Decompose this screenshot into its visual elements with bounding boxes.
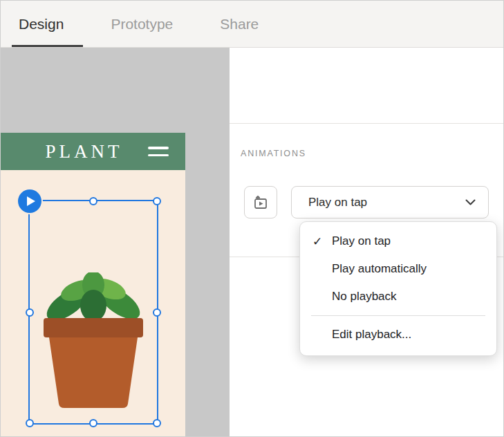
menu-item-label: Play on tap xyxy=(332,234,391,248)
selection-handle-right[interactable] xyxy=(153,308,161,317)
tab-share[interactable]: Share xyxy=(213,1,265,47)
artboard-header: PLANT xyxy=(1,133,185,170)
artboard-title: PLANT xyxy=(1,141,148,162)
play-badge-icon[interactable] xyxy=(18,189,41,213)
tab-share-label: Share xyxy=(220,16,259,32)
selection-handle-left[interactable] xyxy=(26,308,34,317)
selection-box[interactable] xyxy=(28,200,158,425)
menu-item-label: Play automatically xyxy=(332,262,427,276)
playback-dropdown[interactable]: Play on tap xyxy=(291,186,489,218)
hamburger-menu-icon[interactable] xyxy=(148,147,169,156)
playback-trigger-button[interactable] xyxy=(244,186,277,218)
menu-item-no-playback[interactable]: No playback xyxy=(300,283,496,310)
tab-prototype-label: Prototype xyxy=(111,16,173,32)
chevron-down-icon xyxy=(465,199,476,205)
canvas[interactable]: PLANT xyxy=(1,48,230,437)
tab-bar: Design Prototype Share xyxy=(1,1,503,48)
selection-handle-bottom-right[interactable] xyxy=(153,419,161,427)
menu-item-play-automatically[interactable]: Play automatically xyxy=(300,255,496,283)
app-window: Design Prototype Share PLANT xyxy=(0,0,504,437)
menu-item-play-on-tap[interactable]: ✓ Play on tap xyxy=(300,227,496,255)
selection-handle-top[interactable] xyxy=(89,197,97,205)
tab-design[interactable]: Design xyxy=(12,1,71,47)
selection-handle-bottom-left[interactable] xyxy=(26,419,34,427)
animations-section-title: ANIMATIONS xyxy=(241,149,306,158)
panel-divider-top xyxy=(230,123,504,124)
tab-design-label: Design xyxy=(19,16,64,32)
playback-menu: ✓ Play on tap Play automatically No play… xyxy=(299,221,497,356)
tab-prototype[interactable]: Prototype xyxy=(104,1,180,47)
menu-divider xyxy=(311,315,485,316)
menu-item-label: Edit playback... xyxy=(332,328,411,342)
checkmark-icon: ✓ xyxy=(312,234,332,249)
selection-handle-top-right[interactable] xyxy=(153,197,161,205)
playback-trigger-icon xyxy=(252,194,269,211)
playback-dropdown-value: Play on tap xyxy=(308,196,465,210)
menu-item-label: No playback xyxy=(332,290,397,304)
menu-item-edit-playback[interactable]: Edit playback... xyxy=(300,320,496,349)
selection-handle-bottom[interactable] xyxy=(89,419,97,427)
